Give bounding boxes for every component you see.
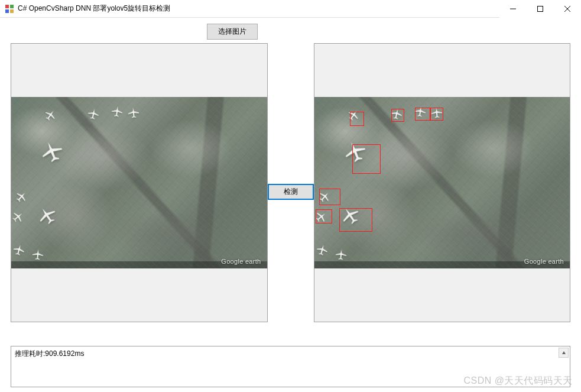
image-attribution: Google earth (524, 258, 564, 265)
airplane-shape (344, 209, 357, 222)
svg-marker-8 (562, 351, 566, 354)
airplane-shape (390, 108, 403, 121)
scroll-up-button[interactable] (559, 348, 569, 358)
minimize-button[interactable] (499, 0, 527, 18)
detection-box (415, 108, 430, 121)
airplane-shape (12, 244, 25, 257)
detection-box (391, 109, 404, 122)
select-image-button[interactable]: 选择图片 (207, 24, 258, 40)
airplane-shape (127, 106, 140, 119)
middle-column: 检测 (268, 43, 314, 340)
airplane-shape (44, 109, 57, 122)
airplane-shape (41, 209, 54, 222)
detect-button[interactable]: 检测 (268, 184, 314, 200)
airplane-shape (11, 210, 24, 223)
top-button-row: 选择图片 (11, 24, 570, 40)
airplane-shape (316, 244, 329, 257)
airplane-shape (111, 105, 124, 118)
window-title: C# OpenCvSharp DNN 部署yolov5旋转目标检测 (18, 4, 499, 14)
detection-box (316, 209, 332, 223)
airplane-shape (31, 248, 44, 261)
airplane-shape (314, 210, 327, 223)
maximize-button[interactable] (527, 0, 554, 18)
airplane-shape (347, 109, 360, 122)
titlebar: C# OpenCvSharp DNN 部署yolov5旋转目标检测 (0, 0, 581, 18)
airplane-shape (87, 108, 100, 121)
airplane-shape (430, 106, 443, 119)
app-icon (5, 4, 14, 14)
image-attribution: Google earth (221, 258, 261, 265)
svg-rect-5 (538, 7, 543, 12)
detection-box (352, 144, 381, 174)
detection-box (350, 112, 364, 126)
close-button[interactable] (554, 0, 581, 18)
svg-rect-3 (10, 9, 14, 13)
airplane-shape (335, 248, 348, 261)
main-row: Google earth 检测 Google earth (11, 43, 570, 340)
detection-box (339, 208, 372, 232)
svg-rect-2 (5, 9, 9, 13)
svg-rect-1 (10, 5, 14, 8)
output-textbox[interactable]: 推理耗时:909.6192ms (11, 346, 570, 387)
result-image-panel: Google earth (314, 43, 571, 322)
source-image-panel: Google earth (11, 43, 268, 322)
airplane-shape (414, 105, 427, 118)
airplane-shape (46, 145, 59, 158)
output-text: 推理耗时:909.6192ms (15, 349, 84, 358)
airplane-shape (349, 145, 362, 158)
detection-box (430, 108, 443, 121)
svg-rect-0 (5, 5, 9, 8)
airplane-shape (318, 190, 331, 203)
client-area: 选择图片 Google earth 检测 Google earth 推理耗时:9… (0, 18, 581, 392)
detection-box (319, 189, 340, 205)
airplane-shape (15, 190, 28, 203)
window-controls (499, 0, 581, 17)
